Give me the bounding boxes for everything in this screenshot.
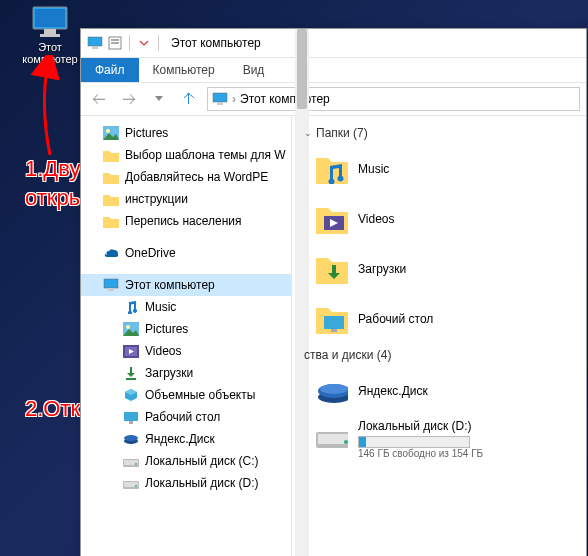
tree-music[interactable]: Music xyxy=(81,296,291,318)
downloads-folder-icon xyxy=(316,253,348,285)
app-icon xyxy=(87,35,103,51)
up-button[interactable]: 🡡 xyxy=(177,87,201,111)
downloads-icon xyxy=(123,365,139,381)
address-bar: 🡠 🡢 🡡 › Этот компьютер xyxy=(81,83,586,116)
svg-point-29 xyxy=(135,485,137,487)
svg-point-16 xyxy=(126,325,130,329)
tree-videos[interactable]: Videos xyxy=(81,340,291,362)
onedrive-icon xyxy=(103,245,119,261)
svg-rect-19 xyxy=(126,378,136,380)
back-button[interactable]: 🡠 xyxy=(87,87,111,111)
svg-rect-4 xyxy=(88,37,102,46)
folder-icon xyxy=(103,213,119,229)
tree-yandex-disk[interactable]: Яндекс.Диск xyxy=(81,428,291,450)
tab-view[interactable]: Вид xyxy=(229,58,279,82)
item-desktop[interactable]: Рабочий стол xyxy=(298,294,586,344)
pictures-icon xyxy=(123,321,139,337)
folder-icon xyxy=(103,191,119,207)
svg-rect-14 xyxy=(108,288,114,291)
item-downloads[interactable]: Загрузки xyxy=(298,244,586,294)
folder-icon xyxy=(103,169,119,185)
tab-computer[interactable]: Компьютер xyxy=(139,58,229,82)
svg-point-12 xyxy=(106,129,110,133)
item-videos[interactable]: Videos xyxy=(298,194,586,244)
pictures-icon xyxy=(103,125,119,141)
monitor-icon xyxy=(30,5,70,39)
svg-rect-7 xyxy=(111,39,119,41)
item-yandex-disk[interactable]: Яндекс.Диск xyxy=(298,366,586,416)
yandex-disk-icon xyxy=(123,431,139,447)
svg-rect-37 xyxy=(318,434,348,444)
nav-tree[interactable]: Pictures Выбор шаблона темы для W Добавл… xyxy=(81,116,292,556)
qat-properties-icon[interactable] xyxy=(107,35,123,51)
chevron-down-icon: ⌄ xyxy=(304,128,312,138)
svg-rect-3 xyxy=(40,34,60,37)
svg-point-23 xyxy=(124,435,138,441)
svg-point-38 xyxy=(344,440,348,444)
svg-rect-10 xyxy=(217,102,223,105)
tree-folder-4[interactable]: Перепись населения xyxy=(81,210,291,232)
music-icon xyxy=(123,299,139,315)
desktop-folder-icon xyxy=(316,303,348,335)
videos-folder-icon xyxy=(316,203,348,235)
drive-icon xyxy=(123,453,139,469)
window-title: Этот компьютер xyxy=(171,36,261,50)
devices-section-header[interactable]: ства и диски (4) xyxy=(298,344,586,366)
tree-local-disk-d[interactable]: Локальный диск (D:) xyxy=(81,472,291,494)
recent-dropdown[interactable] xyxy=(147,87,171,111)
tree-local-disk-c[interactable]: Локальный диск (C:) xyxy=(81,450,291,472)
tree-pictures[interactable]: Pictures xyxy=(81,122,291,144)
item-local-disk-d[interactable]: Локальный диск (D:) 146 ГБ свободно из 1… xyxy=(298,416,586,466)
item-music[interactable]: Music xyxy=(298,144,586,194)
tree-downloads[interactable]: Загрузки xyxy=(81,362,291,384)
svg-rect-21 xyxy=(129,421,133,424)
svg-rect-31 xyxy=(324,316,344,329)
breadcrumb-text[interactable]: Этот компьютер xyxy=(240,92,330,106)
tree-onedrive[interactable]: OneDrive xyxy=(81,242,291,264)
qat-dropdown-icon[interactable] xyxy=(136,35,152,51)
svg-rect-32 xyxy=(331,329,337,332)
scrollbar-thumb[interactable] xyxy=(297,29,307,109)
tree-folder-3[interactable]: инструкции xyxy=(81,188,291,210)
drive-icon xyxy=(123,475,139,491)
yandex-disk-big-icon xyxy=(316,375,348,407)
disk-usage-bar xyxy=(358,436,470,448)
music-folder-icon xyxy=(316,153,348,185)
tree-pictures-2[interactable]: Pictures xyxy=(81,318,291,340)
svg-rect-2 xyxy=(44,29,56,34)
desktop-icon xyxy=(123,409,139,425)
folders-section-header[interactable]: ⌄Папки (7) xyxy=(298,122,586,144)
explorer-window: Этот компьютер Файл Компьютер Вид 🡠 🡢 🡡 … xyxy=(80,28,587,556)
tree-this-pc[interactable]: Этот компьютер xyxy=(81,274,291,296)
chevron-right-icon: › xyxy=(232,92,236,106)
folder-icon xyxy=(103,147,119,163)
tree-folder-1[interactable]: Выбор шаблона темы для W xyxy=(81,144,291,166)
forward-button[interactable]: 🡢 xyxy=(117,87,141,111)
svg-rect-9 xyxy=(213,93,227,102)
tab-file[interactable]: Файл xyxy=(81,58,139,82)
tree-folder-2[interactable]: Добавляйтесь на WordPE xyxy=(81,166,291,188)
drive-big-icon xyxy=(316,419,348,451)
monitor-icon xyxy=(212,92,228,106)
tree-desktop[interactable]: Рабочий стол xyxy=(81,406,291,428)
titlebar[interactable]: Этот компьютер xyxy=(81,29,586,58)
svg-rect-13 xyxy=(104,279,118,288)
objects3d-icon xyxy=(123,387,139,403)
desktop-icon-this-pc[interactable]: Этот компьютер xyxy=(15,5,85,65)
svg-rect-20 xyxy=(124,412,138,421)
svg-rect-8 xyxy=(111,42,119,44)
svg-point-26 xyxy=(135,463,137,465)
svg-rect-5 xyxy=(92,46,98,49)
content-pane[interactable]: ⌄Папки (7) Music Videos Загрузки Рабочий… xyxy=(292,116,586,556)
tree-3d-objects[interactable]: Объемные объекты xyxy=(81,384,291,406)
breadcrumb-box[interactable]: › Этот компьютер xyxy=(207,87,580,111)
svg-point-35 xyxy=(320,384,348,394)
desktop-icon-label: Этот компьютер xyxy=(15,41,85,65)
svg-rect-1 xyxy=(35,9,65,27)
videos-icon xyxy=(123,343,139,359)
monitor-icon xyxy=(103,277,119,293)
ribbon-tabs: Файл Компьютер Вид xyxy=(81,58,586,83)
